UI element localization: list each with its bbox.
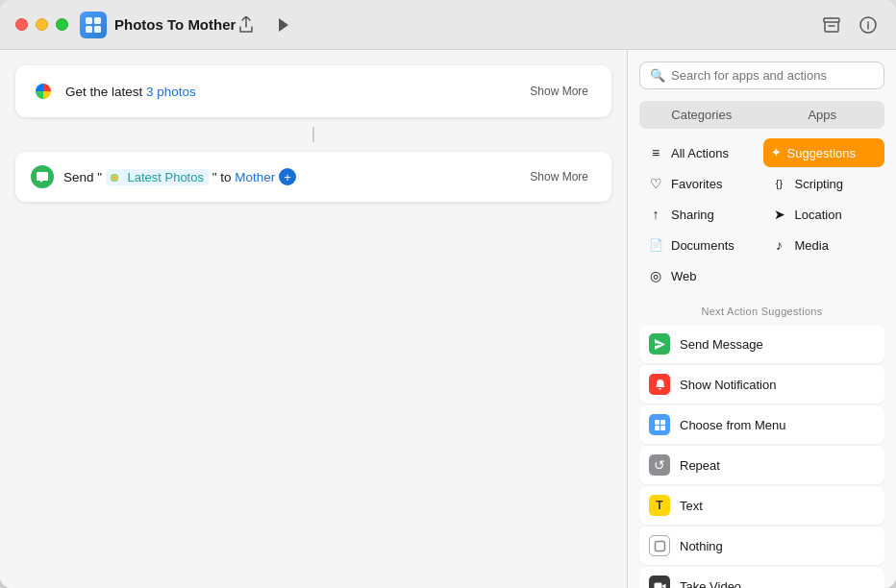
window-title: Photos To Mother — [114, 16, 236, 33]
share-button[interactable] — [236, 14, 257, 36]
web-label: Web — [671, 269, 697, 283]
svg-rect-10 — [655, 426, 660, 430]
fullscreen-button[interactable] — [56, 18, 68, 31]
category-sharing[interactable]: ↑ Sharing — [639, 200, 761, 229]
category-all-actions[interactable]: ≡ All Actions — [639, 138, 761, 167]
app-icon — [80, 12, 107, 38]
info-button[interactable] — [856, 12, 881, 37]
left-panel: Get the latest 3 photos Show More — [0, 50, 627, 588]
svg-rect-11 — [660, 426, 665, 430]
show-notification-icon — [649, 374, 670, 395]
categories-grid: ≡ All Actions ✦ Suggestions ♡ Favorites — [639, 138, 884, 290]
repeat-icon: ↺ — [649, 454, 670, 476]
text-icon: T — [649, 495, 670, 516]
tag-dot — [111, 174, 118, 182]
all-actions-icon: ≡ — [647, 145, 664, 160]
action-card-send-content: Send " Latest Photos " to Mother + — [31, 165, 296, 188]
suggestion-text[interactable]: T Text — [639, 486, 884, 525]
suggestion-send-message[interactable]: Send Message — [639, 325, 884, 363]
categories-section: ≡ All Actions ✦ Suggestions ♡ Favorites — [628, 138, 896, 588]
latest-photos-tag: Latest Photos — [106, 169, 209, 185]
svg-rect-5 — [824, 18, 839, 22]
location-label: Location — [795, 208, 842, 222]
minimize-button[interactable] — [36, 18, 48, 31]
category-media[interactable]: ♪ Media — [763, 231, 885, 259]
suggestion-show-notification[interactable]: Show Notification — [639, 365, 884, 404]
svg-rect-3 — [94, 26, 101, 33]
traffic-lights — [15, 18, 68, 31]
close-button[interactable] — [15, 18, 28, 31]
suggestion-repeat[interactable]: ↺ Repeat — [639, 446, 884, 484]
search-bar: 🔍 — [639, 61, 884, 89]
action-card-get-latest[interactable]: Get the latest 3 photos Show More — [15, 65, 611, 117]
show-notification-label: Show Notification — [680, 378, 776, 392]
nothing-label: Nothing — [680, 539, 723, 553]
category-suggestions[interactable]: ✦ Suggestions — [763, 138, 885, 167]
add-button[interactable]: + — [279, 168, 296, 185]
show-more-button-2[interactable]: Show More — [522, 166, 596, 187]
action-text-get-latest: Get the latest 3 photos — [65, 85, 196, 99]
suggestion-send-message-label: Send Message — [680, 337, 763, 352]
suggestions-list: Send Message Show Notification — [639, 325, 884, 588]
main-content: Get the latest 3 photos Show More — [0, 50, 896, 588]
media-icon: ♪ — [771, 237, 788, 253]
suggestion-choose-from-menu[interactable]: Choose from Menu — [639, 405, 884, 444]
suggestion-take-video[interactable]: Take Video — [639, 567, 884, 588]
suggestions-icon: ✦ — [771, 146, 781, 159]
nothing-icon — [649, 535, 670, 556]
show-more-button-1[interactable]: Show More — [522, 81, 596, 102]
messages-app-icon — [31, 165, 54, 188]
svg-marker-4 — [279, 18, 288, 32]
choose-from-menu-icon — [649, 414, 670, 435]
text-label: Text — [680, 499, 703, 513]
tag-text: Latest Photos — [127, 170, 204, 184]
play-button[interactable] — [272, 14, 293, 36]
tab-categories[interactable]: Categories — [641, 103, 762, 127]
favorites-label: Favorites — [671, 177, 722, 191]
action-card-send[interactable]: Send " Latest Photos " to Mother + Show … — [15, 152, 611, 202]
photos-app-icon — [31, 79, 56, 104]
search-input[interactable] — [671, 68, 874, 83]
main-window: Photos To Mother — [0, 0, 896, 588]
web-icon: ◎ — [647, 268, 664, 283]
svg-rect-2 — [86, 26, 92, 33]
svg-rect-0 — [86, 17, 92, 24]
send-message-icon — [649, 333, 670, 355]
titlebar-right — [819, 12, 881, 37]
svg-rect-9 — [660, 420, 665, 425]
action-card-content: Get the latest 3 photos — [31, 79, 196, 104]
location-icon: ➤ — [771, 207, 788, 222]
category-web[interactable]: ◎ Web — [639, 261, 761, 290]
category-scripting[interactable]: {} Scripting — [763, 169, 885, 198]
suggestions-label: Suggestions — [787, 146, 857, 160]
documents-label: Documents — [671, 238, 734, 253]
suggestions-section-title: Next Action Suggestions — [639, 306, 884, 317]
svg-rect-13 — [654, 582, 661, 588]
titlebar-actions — [236, 14, 293, 36]
right-panel: 🔍 Categories Apps ≡ All Actions — [627, 50, 896, 588]
favorites-icon: ♡ — [647, 176, 664, 191]
category-location[interactable]: ➤ Location — [763, 200, 885, 229]
documents-icon: 📄 — [647, 238, 664, 252]
svg-rect-1 — [94, 17, 101, 24]
scripting-label: Scripting — [795, 177, 844, 191]
suggestion-nothing[interactable]: Nothing — [639, 527, 884, 565]
svg-rect-12 — [655, 541, 664, 551]
archive-button[interactable] — [819, 12, 844, 37]
tab-apps[interactable]: Apps — [762, 103, 884, 127]
search-icon: 🔍 — [650, 68, 665, 83]
sharing-label: Sharing — [671, 208, 714, 222]
titlebar: Photos To Mother — [0, 0, 896, 50]
sharing-icon: ↑ — [647, 207, 664, 222]
action-divider — [15, 127, 611, 142]
photos-count: 3 photos — [146, 85, 196, 99]
category-favorites[interactable]: ♡ Favorites — [639, 169, 761, 198]
recipient-label: Mother — [235, 170, 275, 184]
repeat-label: Repeat — [680, 458, 720, 473]
category-documents[interactable]: 📄 Documents — [639, 231, 761, 259]
action-text-send: Send " Latest Photos " to Mother + — [63, 168, 296, 185]
tab-bar: Categories Apps — [639, 101, 884, 129]
svg-rect-8 — [655, 420, 660, 425]
scripting-icon: {} — [771, 178, 788, 189]
media-label: Media — [795, 238, 829, 253]
